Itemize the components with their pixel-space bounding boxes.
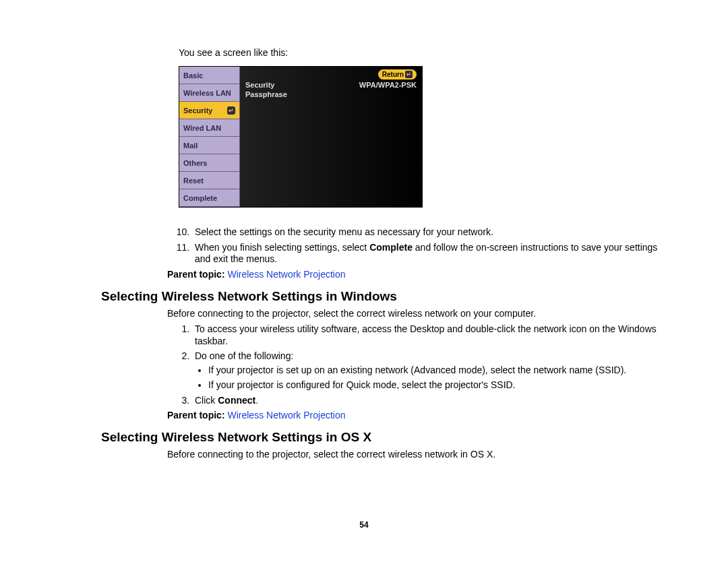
return-label: Return	[382, 71, 404, 78]
step-text: Select the settings on the security menu…	[195, 226, 493, 237]
osx-intro: Before connecting to the projector, sele…	[167, 449, 661, 461]
menu-panel: Return ↵ Security WPA/WPA2-PSK Passphras…	[240, 67, 422, 207]
parent-topic: Parent topic: Wireless Network Projectio…	[167, 269, 661, 280]
document-page: You see a screen like this: Basic Wirele…	[0, 0, 728, 461]
step-text: Do one of the following:	[195, 350, 293, 361]
step-bold: Connect	[218, 395, 255, 406]
menu-tab-basic: Basic	[179, 67, 240, 84]
menu-tab-complete: Complete	[179, 189, 240, 207]
windows-intro: Before connecting to the projector, sele…	[167, 308, 661, 320]
steps-continued: Select the settings on the security menu…	[101, 226, 661, 266]
heading-osx: Selecting Wireless Network Settings in O…	[101, 430, 661, 445]
step-10: Select the settings on the security menu…	[192, 226, 661, 239]
menu-tab-security-label: Security	[183, 106, 212, 115]
step-11: When you finish selecting settings, sele…	[192, 242, 661, 266]
enter-icon: ↵	[229, 107, 234, 114]
menu-tab-security: Security ↵	[179, 102, 240, 119]
step-text: Click	[195, 395, 218, 406]
step-bold: Complete	[369, 242, 413, 253]
windows-step-2: Do one of the following: If your project…	[192, 350, 661, 392]
windows-step-2-bullets: If your projector is set up on an existi…	[195, 365, 661, 392]
page-number: 54	[0, 520, 728, 530]
menu-tab-wired-lan: Wired LAN	[179, 119, 240, 137]
menu-tab-wireless-lan: Wireless LAN	[179, 84, 240, 102]
parent-topic-link-2[interactable]: Wireless Network Projection	[227, 410, 345, 420]
heading-windows: Selecting Wireless Network Settings in W…	[101, 289, 661, 304]
bullet-quick: If your projector is configured for Quic…	[208, 379, 661, 392]
panel-row-label: Security	[245, 81, 274, 89]
parent-topic-label: Parent topic:	[167, 269, 225, 280]
projector-menu-screenshot: Basic Wireless LAN Security ↵ Wired LAN …	[179, 66, 423, 208]
panel-row-passphrase: Passphrase	[244, 90, 418, 99]
windows-steps: To access your wireless utility software…	[101, 323, 661, 406]
bullet-advanced: If your projector is set up on an existi…	[208, 365, 661, 377]
menu-tab-others: Others	[179, 154, 240, 172]
step-text: To access your wireless utility software…	[195, 323, 657, 346]
step-text: .	[255, 395, 258, 406]
panel-row-label: Passphrase	[245, 90, 287, 98]
windows-step-3: Click Connect.	[192, 395, 661, 407]
panel-row-value: WPA/WPA2-PSK	[359, 81, 417, 89]
parent-topic-2: Parent topic: Wireless Network Projectio…	[167, 410, 661, 420]
windows-step-1: To access your wireless utility software…	[192, 323, 661, 347]
parent-topic-label: Parent topic:	[167, 410, 225, 420]
parent-topic-link[interactable]: Wireless Network Projection	[227, 269, 345, 280]
intro-text: You see a screen like this:	[179, 47, 661, 58]
panel-row-security: Security WPA/WPA2-PSK	[244, 80, 418, 90]
return-button: Return ↵	[378, 69, 417, 80]
menu-tab-reset: Reset	[179, 172, 240, 189]
step-text: When you finish selecting settings, sele…	[195, 242, 369, 253]
panel-rows: Security WPA/WPA2-PSK Passphrase	[244, 80, 418, 99]
menu-tab-list: Basic Wireless LAN Security ↵ Wired LAN …	[179, 67, 240, 207]
return-icon: ↵	[405, 71, 413, 78]
menu-tab-mail: Mail	[179, 137, 240, 154]
